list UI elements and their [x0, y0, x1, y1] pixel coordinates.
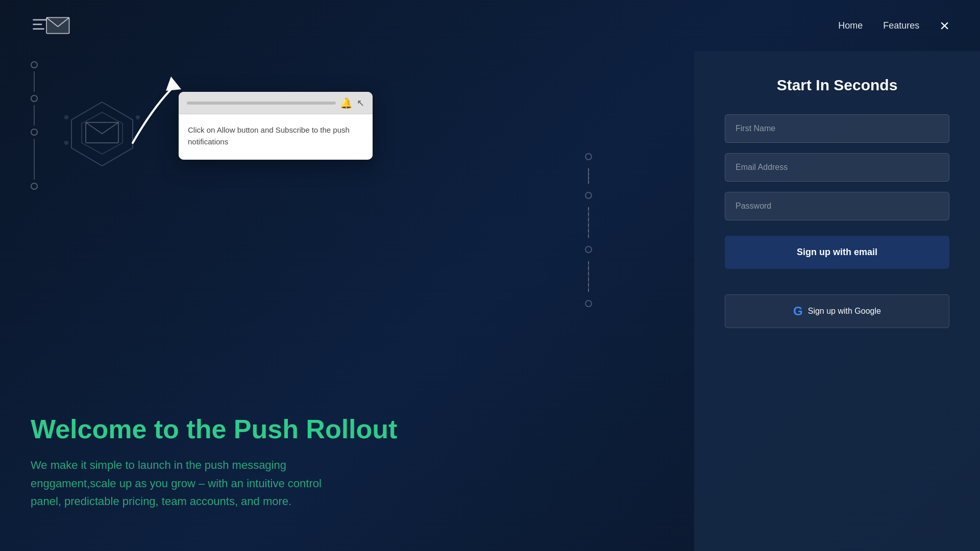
logo-icon — [31, 10, 71, 41]
dot-1 — [31, 61, 38, 68]
decorative-dots-left — [31, 61, 38, 190]
notification-bell-icon: 🔔 — [340, 97, 353, 109]
cursor-icon: ↖ — [357, 97, 364, 109]
svg-marker-10 — [166, 77, 181, 91]
hero-title: Welcome to the Push Rollout — [31, 415, 664, 444]
signup-panel: Start In Seconds Sign up with email G Si… — [694, 51, 980, 551]
notification-text: Click on Allow button and Subscribe to t… — [188, 124, 363, 147]
decorative-right-dots — [585, 153, 592, 307]
notification-popup: 🔔 ↖ Click on Allow button and Subscribe … — [179, 92, 373, 160]
rline-2 — [588, 207, 589, 238]
rdot-2 — [585, 192, 592, 199]
svg-point-7 — [64, 115, 68, 119]
password-input[interactable] — [725, 192, 949, 220]
svg-point-9 — [64, 141, 68, 145]
notification-body: Click on Allow button and Subscribe to t… — [179, 114, 373, 160]
close-button[interactable]: × — [940, 17, 949, 34]
rline-3 — [588, 261, 589, 292]
password-group — [725, 192, 949, 220]
main-content: 🔔 ↖ Click on Allow button and Subscribe … — [0, 51, 980, 551]
signup-email-button[interactable]: Sign up with email — [725, 236, 949, 269]
signup-google-label: Sign up with Google — [808, 307, 881, 316]
first-name-group — [725, 114, 949, 143]
navbar: Home Features × — [0, 0, 980, 51]
dot-3 — [31, 129, 38, 136]
signup-google-button[interactable]: G Sign up with Google — [725, 294, 949, 328]
rdot-1 — [585, 153, 592, 160]
nav-home[interactable]: Home — [838, 20, 863, 31]
dot-4 — [31, 183, 38, 190]
left-panel: 🔔 ↖ Click on Allow button and Subscribe … — [0, 51, 694, 551]
first-name-input[interactable] — [725, 114, 949, 143]
notification-bar: 🔔 ↖ — [179, 92, 373, 114]
google-icon: G — [793, 304, 803, 318]
form-title: Start In Seconds — [725, 77, 949, 94]
logo — [31, 10, 71, 41]
email-group — [725, 153, 949, 182]
notification-bar-fill — [187, 102, 336, 105]
hero-description: We make it simple to launch in the push … — [31, 456, 337, 510]
dot-2 — [31, 95, 38, 102]
line-2 — [34, 105, 35, 126]
line-3 — [34, 139, 35, 180]
rdot-4 — [585, 300, 592, 307]
nav-features[interactable]: Features — [883, 20, 919, 31]
rdot-3 — [585, 246, 592, 253]
line-1 — [34, 71, 35, 92]
nav-links: Home Features × — [838, 17, 949, 34]
rline-1 — [588, 168, 589, 184]
email-input[interactable] — [725, 153, 949, 182]
